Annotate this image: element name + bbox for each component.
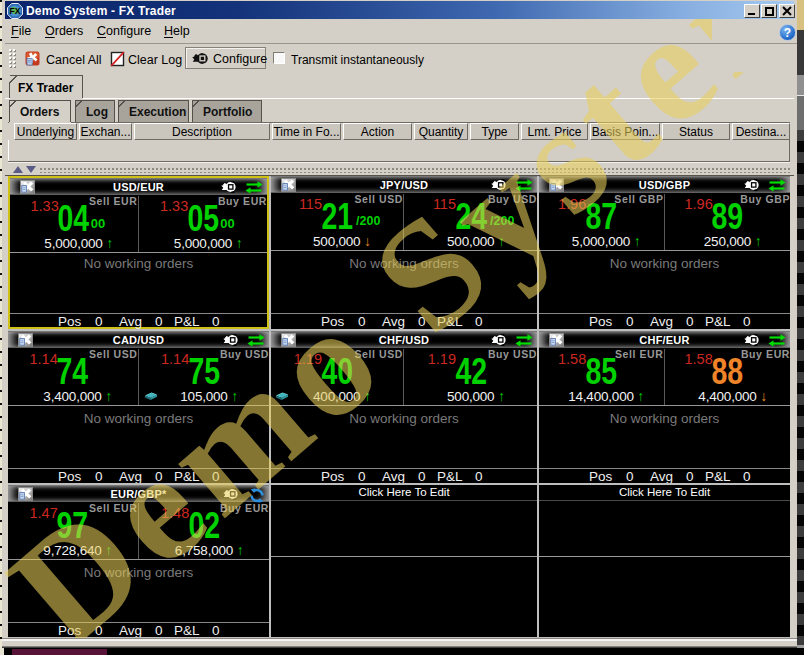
svg-text:FX: FX: [10, 6, 21, 16]
